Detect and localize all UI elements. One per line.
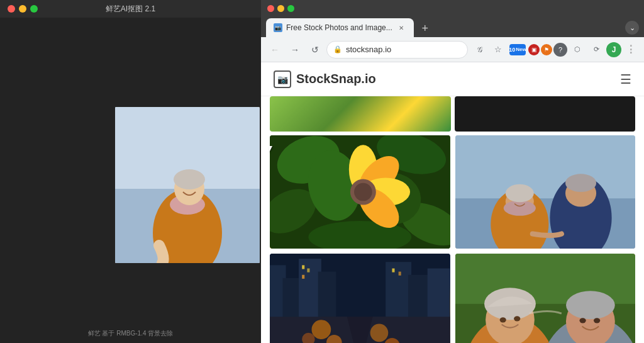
extension-badge-q[interactable]: ? <box>553 43 567 57</box>
strip-photo-dark[interactable] <box>455 96 636 132</box>
address-bar[interactable]: 🔒 stocksnap.io <box>326 41 468 59</box>
forward-button[interactable]: → <box>286 41 304 59</box>
bookmark-button[interactable]: ☆ <box>489 41 507 59</box>
svg-rect-39 <box>302 275 304 279</box>
active-tab[interactable]: 📷 Free Stock Photos and Image... ✕ <box>266 18 414 37</box>
svg-point-58 <box>514 316 520 321</box>
svg-point-25 <box>505 184 533 203</box>
svg-rect-40 <box>392 268 394 272</box>
site-logo-text: StockSnap.io <box>296 72 376 86</box>
reload-button[interactable]: ↺ <box>306 41 324 59</box>
svg-point-62 <box>579 318 586 323</box>
svg-point-46 <box>370 323 389 342</box>
app-maximize-button[interactable] <box>30 5 38 13</box>
tab-title: Free Stock Photos and Image... <box>286 23 392 32</box>
strip-photo-flowers[interactable] <box>270 96 451 132</box>
website-content: 📷 StockSnap.io ☰ <box>261 62 644 343</box>
svg-point-19 <box>354 183 372 201</box>
cast-button[interactable]: ⬡ <box>569 41 586 59</box>
photo-grid-area <box>261 96 644 343</box>
preview-image <box>115 107 260 263</box>
svg-point-61 <box>565 291 614 319</box>
app-watermark: 鲜艺 基于 RMBG-1.4 背景去除 <box>0 329 261 338</box>
browser-chrome: 📷 Free Stock Photos and Image... ✕ + ⌄ <box>261 0 644 37</box>
extension-badge-blue[interactable]: 10 New <box>509 44 526 55</box>
browser-window: 📷 Free Stock Photos and Image... ✕ + ⌄ ←… <box>261 0 644 343</box>
svg-point-24 <box>503 200 535 216</box>
app-minimize-button[interactable] <box>19 5 26 13</box>
new-tab-button[interactable]: + <box>416 20 434 37</box>
couple1-svg <box>455 135 636 249</box>
city-svg <box>270 254 450 343</box>
svg-rect-37 <box>302 265 304 269</box>
browser-traffic-lights <box>261 0 644 14</box>
flower-svg <box>270 135 450 249</box>
svg-point-5 <box>174 169 205 189</box>
tab-close-button[interactable]: ✕ <box>396 23 406 33</box>
site-logo: 📷 StockSnap.io <box>274 70 376 88</box>
history-button[interactable]: ⟳ <box>587 41 605 59</box>
svg-point-57 <box>499 317 506 322</box>
app-traffic-lights <box>8 5 38 13</box>
svg-rect-38 <box>307 268 309 272</box>
svg-rect-41 <box>399 272 401 276</box>
browser-minimize-button[interactable] <box>277 5 284 12</box>
photo-card-flower[interactable] <box>270 135 450 249</box>
nav-right-buttons: 𝒢 ☆ 10 New ▣ ⚑ ? ⬡ ⟳ J ⋮ <box>470 41 639 59</box>
photo-card-city[interactable] <box>270 254 450 343</box>
address-lock-icon: 🔒 <box>333 45 342 53</box>
back-button[interactable]: ← <box>266 41 284 59</box>
preview-card <box>115 107 260 263</box>
svg-point-28 <box>565 174 596 192</box>
site-header: 📷 StockSnap.io ☰ <box>261 62 644 96</box>
preview-svg <box>115 107 260 263</box>
photo-card-couple1[interactable] <box>455 135 636 249</box>
svg-point-43 <box>312 320 331 339</box>
extension-badge-orange[interactable]: ⚑ <box>541 44 552 55</box>
translate-button[interactable]: 𝒢 <box>470 41 488 59</box>
extension-badge-red[interactable]: ▣ <box>528 44 540 55</box>
browser-maximize-button[interactable] <box>287 5 294 12</box>
browser-dropdown-button[interactable]: ⌄ <box>625 21 639 35</box>
browser-nav-bar: ← → ↺ 🔒 stocksnap.io 𝒢 ☆ 10 New ▣ ⚑ <box>261 37 644 62</box>
svg-point-63 <box>593 318 599 323</box>
logo-camera-icon: 📷 <box>274 70 291 88</box>
browser-close-button[interactable] <box>267 5 274 12</box>
app-close-button[interactable] <box>8 5 15 13</box>
profile-button[interactable]: J <box>606 42 621 57</box>
browser-more-button[interactable]: ⋮ <box>623 42 639 58</box>
couple2-svg <box>455 254 636 343</box>
app-title: 鲜艺AI抠图 2.1 <box>106 4 155 14</box>
hamburger-menu-button[interactable]: ☰ <box>620 72 631 87</box>
main-photo-grid <box>270 135 635 343</box>
tab-favicon: 📷 <box>274 23 282 32</box>
photo-card-couple2[interactable] <box>455 254 636 343</box>
tab-bar: 📷 Free Stock Photos and Image... ✕ + ⌄ <box>261 14 644 37</box>
top-strip-photos <box>270 96 635 132</box>
app-titlebar: 鲜艺AI抠图 2.1 <box>0 0 261 18</box>
